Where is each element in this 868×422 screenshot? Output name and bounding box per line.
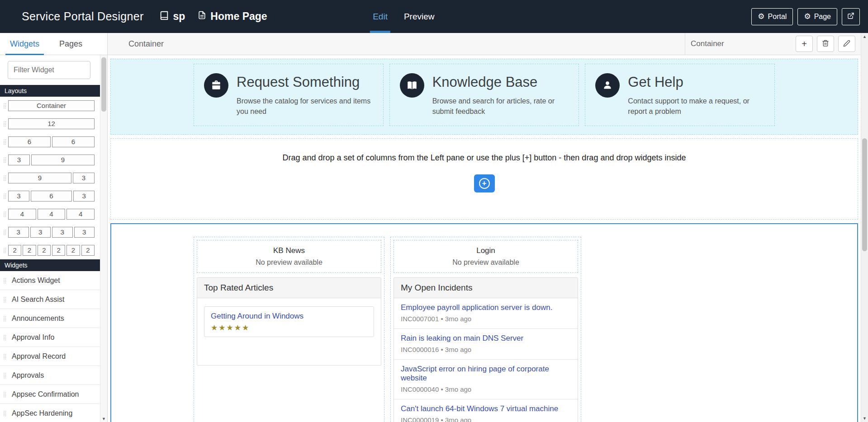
widget-item-label: Actions Widget [12,277,60,285]
widget-item-approval-info[interactable]: ⣿ Approval Info [0,328,100,347]
star-rating-icon: ★★★★★ [211,323,367,333]
selection-label: Container [691,39,792,48]
layout-item-3-9[interactable]: ⣿ 3 9 [0,151,100,169]
page-canvas: Request Something Browse the catalog for… [108,55,861,422]
widget-preview-head: KB News No preview available [197,240,381,273]
widget-item-label: Appsec Confirmation [12,390,79,399]
page-scrollbar-thumb[interactable] [862,138,867,251]
incident-meta: INC0000019 • 3mo ago [401,416,571,422]
layout-col-label: 4 [8,209,36,220]
layout-col-label: 3 [8,191,29,202]
breadcrumb-page[interactable]: Home Page [198,10,267,23]
layout-item-4-4-4[interactable]: ⣿ 4 4 4 [0,205,100,223]
open-in-new-tab-button[interactable] [842,8,860,25]
sidebar-scroll-area: Layouts ⣿ Container ⣿ 12 ⣿ 6 6 ⣿ 3 [0,55,100,422]
cards-row: Request Something Browse the catalog for… [194,64,775,126]
tab-preview[interactable]: Preview [404,0,435,33]
sidebar-scrollbar-thumb[interactable] [101,57,106,112]
layout-item-3-3-3-3[interactable]: ⣿ 3 3 3 3 [0,223,100,241]
sidebar-tab-widgets[interactable]: Widgets [0,33,49,55]
layout-col-label: 2 [38,245,51,256]
card-request-something[interactable]: Request Something Browse the catalog for… [194,64,384,126]
layout-col-label: 6 [8,136,51,147]
layout-col-label: 9 [31,155,95,165]
layout-col-label: 6 [52,136,95,147]
add-container-button[interactable]: + [796,36,813,52]
main-area: Container Container + [108,33,861,422]
page-scrollbar[interactable]: ▲ ▼ [861,33,868,422]
layout-col-label: 2 [52,245,65,256]
sidebar-tabs: Widgets Pages [0,33,107,55]
breadcrumb-portal[interactable]: sp [159,10,185,23]
page-settings-button[interactable]: ⚙ Page [797,8,837,25]
plus-icon: + [802,39,807,49]
card-get-help[interactable]: Get Help Contact support to make a reque… [585,64,775,126]
container-selected[interactable]: KB News No preview available Top Rated A… [110,223,858,422]
delete-container-button[interactable] [817,36,834,52]
mode-tabs: Edit Preview [373,0,434,33]
add-columns-button[interactable]: + [474,174,495,192]
layout-item-9-3[interactable]: ⣿ 9 3 [0,169,100,187]
open-book-icon [400,73,424,98]
my-open-incidents-panel: My Open Incidents Employee payroll appli… [394,277,578,422]
drag-handle-icon: ⣿ [1,334,8,341]
widget-instance-login[interactable]: Login No preview available My Open Incid… [390,237,581,422]
portal-settings-button[interactable]: ⚙ Portal [751,8,793,25]
container-hero-cards[interactable]: Request Something Browse the catalog for… [110,59,858,135]
widget-item-approval-record[interactable]: ⣿ Approval Record [0,347,100,366]
incident-meta: INC0007001 • 3mo ago [401,315,571,323]
widget-item-approvals[interactable]: ⣿ Approvals [0,366,100,385]
drag-handle-icon: ⣿ [1,391,8,398]
layout-col-label: 3 [8,227,29,238]
filter-widget-input[interactable] [8,61,90,79]
layout-item-3-6-3[interactable]: ⣿ 3 6 3 [0,187,100,205]
incident-link[interactable]: Employee payroll application server is d… [401,303,571,312]
edit-container-button[interactable] [838,36,855,52]
card-title: Request Something [237,74,373,90]
portal-button-label: Portal [768,13,787,21]
widget-item-appsec-confirmation[interactable]: ⣿ Appsec Confirmation [0,385,100,404]
layout-item-12[interactable]: ⣿ 12 [0,115,100,133]
widget-item-announcements[interactable]: ⣿ Announcements [0,309,100,328]
sidebar-tab-pages[interactable]: Pages [49,33,92,55]
drag-handle-icon: ⣿ [1,277,8,284]
widget-name: Login [398,246,573,255]
card-knowledge-base[interactable]: Knowledge Base Browse and search for art… [389,64,579,126]
incident-link[interactable]: JavaScript error on hiring page of corpo… [401,365,571,383]
drag-handle-icon: ⣿ [1,296,8,303]
layout-col-label: 3 [73,191,95,202]
layout-item-2x6[interactable]: ⣿ 2 2 2 2 2 2 [0,241,100,259]
tab-edit[interactable]: Edit [373,0,388,33]
app-header: Service Portal Designer sp Home Page Edi… [0,0,868,33]
widget-preview-note: No preview available [398,258,573,267]
incident-row: JavaScript error on hiring page of corpo… [394,360,578,399]
external-link-icon [847,12,854,21]
drag-handle-icon: ⣿ [1,229,8,235]
scroll-up-icon[interactable]: ▲ [861,34,868,39]
widget-item-actions-widget[interactable]: ⣿ Actions Widget [0,271,100,290]
card-description: Contact support to make a request, or re… [628,96,764,117]
incident-meta: INC0000016 • 3mo ago [401,346,571,353]
scroll-down-icon[interactable]: ▼ [861,416,868,421]
layout-item-container[interactable]: ⣿ Container [0,97,100,115]
layout-item-6-6[interactable]: ⣿ 6 6 [0,133,100,151]
widget-preview-note: No preview available [202,258,376,267]
widget-instance-kb-news[interactable]: KB News No preview available Top Rated A… [194,237,384,422]
layout-col-label: Container [8,100,95,111]
scroll-down-icon[interactable]: ▼ [100,417,107,421]
layout-col-label: 9 [8,173,71,183]
layout-col-label: 2 [23,245,36,256]
widget-item-appsec-hardening[interactable]: ⣿ AppSec Hardening [0,404,100,422]
incident-link[interactable]: Can't launch 64-bit Windows 7 virtual ma… [401,404,571,413]
article-link[interactable]: Getting Around in Windows [211,312,367,321]
card-description: Browse the catalog for services and item… [237,96,373,117]
widget-item-ai-search-assist[interactable]: ⣿ AI Search Assist [0,290,100,309]
incident-link[interactable]: Rain is leaking on main DNS Server [401,334,571,343]
incident-meta: INC0000040 • 3mo ago [401,385,571,393]
book-icon [159,10,169,23]
empty-container-dropzone[interactable]: Drag and drop a set of columns from the … [110,138,858,220]
card-title: Get Help [628,74,764,90]
page-name: Home Page [210,10,267,23]
drag-handle-icon: ⣿ [1,211,8,217]
sidebar-scrollbar[interactable]: ▼ [100,55,107,422]
